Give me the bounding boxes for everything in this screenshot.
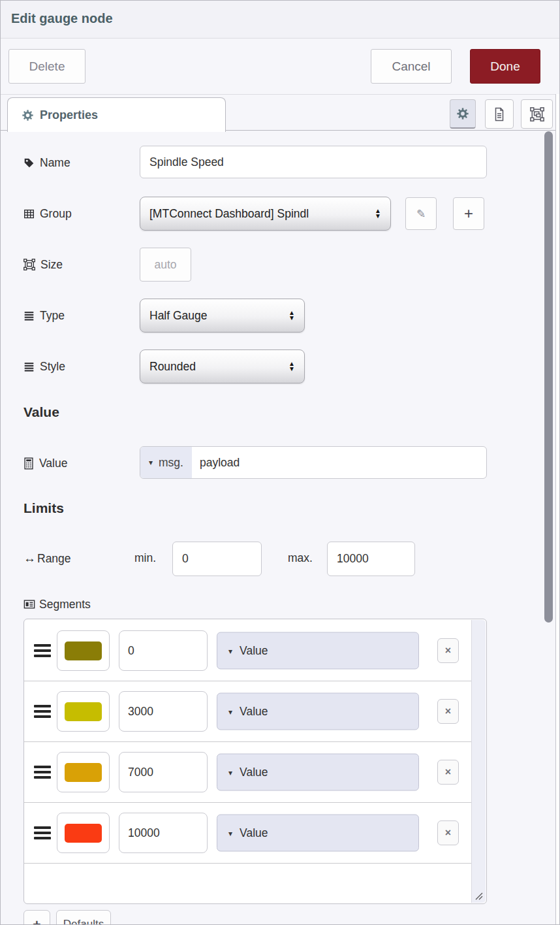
gear-icon: [457, 108, 469, 120]
dialog-title: Edit gauge node: [11, 11, 113, 26]
add-segment-button[interactable]: +: [23, 910, 50, 925]
segment-color-button[interactable]: [57, 813, 110, 853]
size-icon: [23, 259, 35, 270]
remove-segment-button[interactable]: ×: [437, 820, 459, 845]
caret-down-icon: ▾: [149, 458, 153, 467]
caret-down-icon: ▾: [228, 707, 232, 716]
segment-color-swatch: [65, 641, 102, 660]
segment-row: ▾ Value ×: [24, 681, 472, 742]
close-icon: ×: [445, 645, 451, 656]
calculator-icon: [23, 457, 34, 470]
segment-value-input[interactable]: [119, 630, 208, 671]
segment-color-swatch: [65, 824, 102, 843]
document-icon: [493, 107, 506, 122]
table-icon: [23, 208, 35, 219]
tab-properties[interactable]: Properties: [7, 97, 226, 132]
size-field-label: Size: [23, 248, 63, 282]
edit-gauge-node-dialog: Edit gauge node Delete Cancel Done: [0, 0, 560, 925]
type-field-label: Type: [23, 299, 65, 333]
group-select-value: [MTConnect Dashboard] Spindl: [149, 207, 371, 221]
close-icon: ×: [445, 828, 451, 838]
dialog-header: Edit gauge node: [1, 1, 559, 39]
segment-type-label: Value: [240, 644, 268, 658]
segments-list: ▾ Value × ▾ Value × ▾ Value ×: [23, 619, 487, 904]
select-arrows-icon: ▲▼: [288, 310, 295, 321]
value-field-label: Value: [23, 446, 67, 480]
group-label-text: Group: [40, 207, 72, 221]
tag-icon: [23, 157, 35, 169]
segments-label-text: Segments: [39, 598, 91, 611]
range-max-input[interactable]: [327, 542, 415, 576]
drag-handle-icon[interactable]: [34, 824, 51, 842]
add-group-button[interactable]: +: [453, 197, 484, 230]
pencil-icon: ✎: [416, 207, 426, 221]
range-arrows-icon: ↔: [23, 551, 36, 566]
drag-handle-icon[interactable]: [34, 763, 51, 781]
segment-type-label: Value: [240, 705, 268, 719]
resize-handle-icon[interactable]: [473, 890, 485, 902]
appearance-icon: [530, 107, 544, 122]
range-min-input[interactable]: [172, 542, 262, 576]
segment-type-dropdown[interactable]: ▾ Value: [217, 693, 419, 730]
name-input[interactable]: [140, 146, 487, 178]
segment-value-input[interactable]: [119, 691, 208, 732]
type-select-value: Half Gauge: [149, 309, 285, 323]
value-type-dropdown[interactable]: ▾ msg.: [140, 447, 192, 478]
segment-type-dropdown[interactable]: ▾ Value: [217, 632, 419, 670]
value-section-heading: Value: [23, 404, 59, 420]
tab-properties-label: Properties: [40, 108, 98, 122]
segment-type-label: Value: [240, 826, 268, 840]
value-property-input[interactable]: [192, 447, 486, 478]
appearance-tab-button[interactable]: [521, 99, 553, 129]
value-typed-input: ▾ msg.: [140, 446, 487, 479]
vertical-scrollbar[interactable]: [544, 131, 553, 623]
cancel-button[interactable]: Cancel: [371, 49, 452, 84]
style-field-label: Style: [23, 349, 65, 383]
defaults-button[interactable]: Defaults: [56, 910, 111, 925]
caret-down-icon: ▾: [228, 828, 232, 837]
close-icon: ×: [445, 706, 451, 717]
segment-color-button[interactable]: [57, 630, 110, 671]
segments-rows: ▾ Value × ▾ Value × ▾ Value ×: [24, 621, 472, 864]
group-select[interactable]: [MTConnect Dashboard] Spindl ▲▼: [140, 197, 391, 231]
size-label-text: Size: [40, 258, 63, 272]
segment-color-swatch: [65, 763, 102, 782]
value-label-text: Value: [39, 457, 67, 470]
range-max-label: max.: [288, 551, 313, 565]
segment-type-dropdown[interactable]: ▾ Value: [217, 754, 419, 791]
range-label-text: Range: [37, 552, 71, 566]
style-select[interactable]: Rounded ▲▼: [140, 349, 305, 383]
gear-icon: [22, 110, 33, 121]
caret-down-icon: ▾: [228, 646, 232, 655]
description-tab-button[interactable]: [485, 99, 514, 129]
delete-button[interactable]: Delete: [8, 49, 86, 84]
range-min-label: min.: [134, 551, 156, 565]
segment-row: ▾ Value ×: [24, 742, 472, 803]
name-label-text: Name: [40, 156, 70, 170]
caret-down-icon: ▾: [228, 768, 232, 777]
edit-group-button[interactable]: ✎: [405, 197, 437, 230]
select-arrows-icon: ▲▼: [375, 208, 381, 219]
segments-scroll-track[interactable]: [471, 620, 486, 903]
style-label-text: Style: [40, 360, 65, 374]
style-select-value: Rounded: [149, 360, 285, 374]
drag-handle-icon[interactable]: [34, 641, 51, 660]
done-button[interactable]: Done: [470, 49, 540, 84]
segment-type-dropdown[interactable]: ▾ Value: [217, 815, 419, 852]
segment-row: ▾ Value ×: [24, 621, 472, 681]
remove-segment-button[interactable]: ×: [437, 699, 459, 724]
type-select[interactable]: Half Gauge ▲▼: [140, 299, 305, 333]
size-auto-button[interactable]: auto: [140, 248, 191, 282]
segment-color-button[interactable]: [57, 752, 110, 792]
segment-color-swatch: [65, 702, 102, 721]
drag-handle-icon[interactable]: [34, 702, 51, 721]
remove-segment-button[interactable]: ×: [437, 638, 459, 663]
segments-field-label: Segments: [23, 587, 91, 621]
plus-icon: +: [33, 917, 40, 925]
segment-row: ▾ Value ×: [24, 803, 472, 864]
segment-value-input[interactable]: [119, 752, 208, 792]
segment-value-input[interactable]: [119, 813, 208, 853]
remove-segment-button[interactable]: ×: [437, 760, 459, 785]
segment-color-button[interactable]: [57, 691, 110, 732]
properties-gear-button[interactable]: [450, 99, 476, 129]
